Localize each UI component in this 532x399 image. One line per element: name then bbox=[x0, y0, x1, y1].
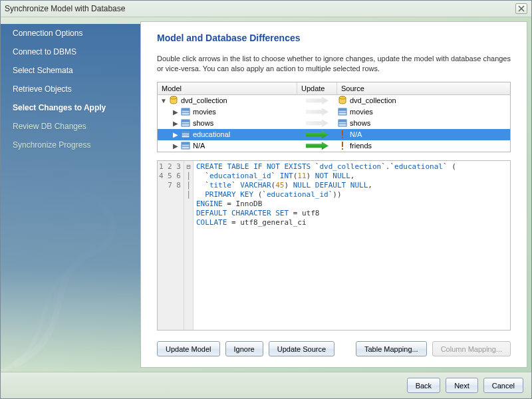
svg-rect-25 bbox=[342, 137, 343, 138]
sidebar-step-retrieve-objects[interactable]: Retrieve Objects bbox=[1, 80, 140, 98]
column-mapping-button: Column Mapping... bbox=[432, 341, 511, 356]
warning-icon bbox=[337, 130, 348, 139]
expand-toggle-icon[interactable]: ▶ bbox=[172, 142, 179, 150]
ignore-button[interactable]: Ignore bbox=[225, 341, 263, 356]
tree-row[interactable]: ▶N/Afriends bbox=[158, 140, 510, 152]
tree-row[interactable]: ▶showsshows bbox=[158, 118, 510, 129]
col-header-source[interactable]: Source bbox=[337, 82, 510, 94]
update-source-button[interactable]: Update Source bbox=[269, 341, 334, 356]
sql-preview: 1 2 3 4 5 6 7 8 ⊟│││ CREATE TABLE IF NOT… bbox=[157, 160, 511, 331]
model-object-label: movies bbox=[193, 108, 216, 116]
svg-rect-29 bbox=[182, 142, 190, 144]
sidebar-step-select-schemata[interactable]: Select Schemata bbox=[1, 61, 140, 80]
col-header-model[interactable]: Model bbox=[158, 82, 297, 94]
sql-gutter: 1 2 3 4 5 6 7 8 bbox=[158, 161, 184, 330]
source-object-label: movies bbox=[350, 108, 373, 116]
nochange-arrow-icon[interactable] bbox=[306, 108, 329, 116]
diff-tree: Model Update Source ▼dvd_collectiondvd_c… bbox=[157, 82, 511, 152]
source-object-label: dvd_collection bbox=[350, 96, 396, 104]
main-panel: Model and Database Differences Double cl… bbox=[140, 21, 527, 368]
tree-row[interactable]: ▶moviesmovies bbox=[158, 106, 510, 118]
page-heading: Model and Database Differences bbox=[157, 33, 517, 43]
sidebar-step-sync-progress[interactable]: Synchronize Progress bbox=[1, 136, 140, 154]
table-icon bbox=[180, 118, 191, 128]
table-icon bbox=[337, 107, 348, 116]
svg-rect-24 bbox=[342, 130, 343, 136]
cancel-button[interactable]: Cancel bbox=[483, 378, 523, 393]
close-icon bbox=[518, 5, 525, 12]
update-model-button[interactable]: Update Model bbox=[157, 341, 220, 356]
expand-toggle-icon[interactable]: ▶ bbox=[172, 120, 179, 127]
window-title: Synchronize Model with Database bbox=[5, 4, 515, 13]
update-arrow-icon[interactable] bbox=[306, 130, 329, 138]
source-object-label: N/A bbox=[350, 130, 362, 138]
svg-rect-15 bbox=[182, 120, 190, 122]
model-object-label: educational bbox=[193, 130, 230, 138]
back-button[interactable]: Back bbox=[407, 378, 440, 393]
tree-rows: ▼dvd_collectiondvd_collection▶moviesmovi… bbox=[158, 95, 510, 152]
database-icon bbox=[168, 96, 179, 105]
model-object-label: dvd_collection bbox=[181, 96, 227, 104]
svg-rect-31 bbox=[342, 148, 343, 150]
action-button-row: Update Model Ignore Update Source Table … bbox=[150, 337, 517, 358]
sidebar-step-connection-options[interactable]: Connection Options bbox=[1, 24, 140, 43]
table-icon bbox=[180, 130, 191, 139]
table-mapping-button[interactable]: Table Mapping... bbox=[356, 341, 427, 356]
tree-row[interactable]: ▶educationalN/A bbox=[158, 129, 510, 140]
expand-toggle-icon[interactable]: ▼ bbox=[160, 97, 167, 104]
wizard-sidebar: Connection Options Connect to DBMS Selec… bbox=[1, 17, 140, 372]
col-header-update[interactable]: Update bbox=[297, 82, 337, 94]
sql-code[interactable]: CREATE TABLE IF NOT EXISTS `dvd_collecti… bbox=[194, 161, 510, 330]
next-button[interactable]: Next bbox=[446, 378, 478, 393]
sidebar-step-connect-dbms[interactable]: Connect to DBMS bbox=[1, 43, 140, 61]
wizard-window: Synchronize Model with Database Connecti… bbox=[0, 0, 532, 399]
update-arrow-icon[interactable] bbox=[306, 142, 329, 150]
nochange-arrow-icon[interactable] bbox=[306, 96, 329, 104]
titlebar[interactable]: Synchronize Model with Database bbox=[1, 1, 531, 17]
sql-fold-gutter: ⊟│││ bbox=[184, 161, 194, 330]
tree-header: Model Update Source bbox=[158, 82, 510, 95]
svg-rect-19 bbox=[338, 120, 346, 122]
source-object-label: friends bbox=[350, 142, 372, 150]
svg-rect-30 bbox=[342, 142, 343, 147]
table-icon bbox=[180, 107, 191, 116]
warning-icon bbox=[337, 141, 348, 150]
nochange-arrow-icon[interactable] bbox=[306, 119, 329, 127]
svg-rect-11 bbox=[338, 108, 346, 110]
model-object-label: N/A bbox=[193, 142, 205, 150]
expand-toggle-icon[interactable]: ▶ bbox=[172, 131, 179, 138]
model-object-label: shows bbox=[193, 119, 213, 127]
table-icon bbox=[180, 141, 191, 150]
sidebar-step-review-db-changes[interactable]: Review DB Changes bbox=[1, 117, 140, 136]
svg-rect-7 bbox=[182, 108, 190, 110]
source-object-label: shows bbox=[350, 119, 370, 127]
table-icon bbox=[337, 118, 348, 128]
tree-row[interactable]: ▼dvd_collectiondvd_collection bbox=[158, 95, 510, 106]
database-icon bbox=[337, 96, 348, 105]
page-subtext: Double click arrows in the list to choos… bbox=[157, 54, 516, 74]
wizard-footer: Back Next Cancel bbox=[1, 372, 531, 398]
svg-rect-23 bbox=[182, 131, 190, 133]
sidebar-step-select-changes[interactable]: Select Changes to Apply bbox=[1, 98, 140, 117]
close-button[interactable] bbox=[515, 3, 527, 14]
expand-toggle-icon[interactable]: ▶ bbox=[172, 108, 179, 116]
